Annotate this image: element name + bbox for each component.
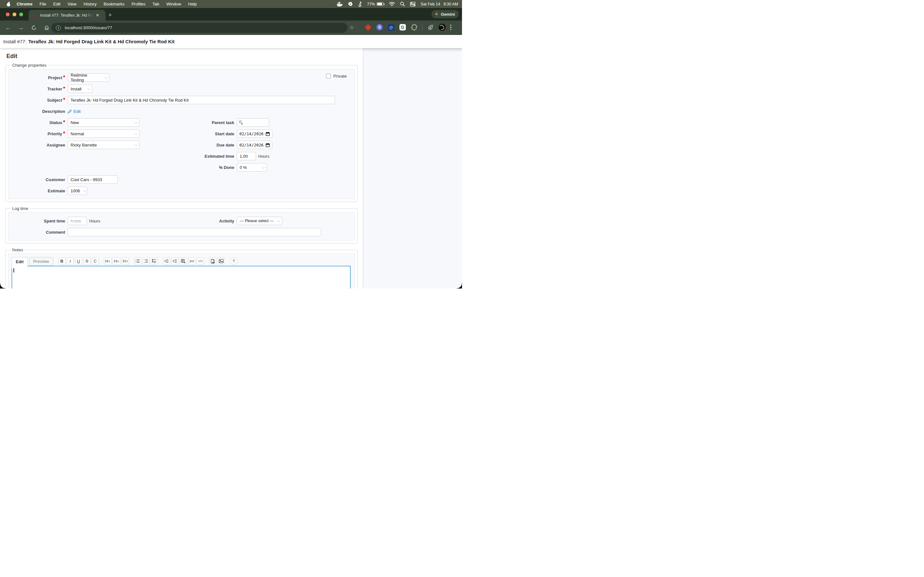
project-select[interactable]: Redmine Testing bbox=[68, 73, 110, 82]
estimate-select[interactable]: 1006 bbox=[68, 187, 87, 195]
heading2-button[interactable]: H2 bbox=[113, 258, 120, 265]
battery-indicator[interactable]: 77% bbox=[367, 2, 384, 6]
menu-window[interactable]: Window bbox=[166, 2, 181, 6]
window-minimize-button[interactable] bbox=[13, 13, 16, 16]
extension-icon-stripe[interactable]: S bbox=[376, 24, 383, 31]
extension-icon-mail[interactable]: @ bbox=[388, 24, 395, 31]
battery-icon bbox=[376, 2, 384, 6]
estimated-time-input[interactable] bbox=[237, 152, 256, 160]
extensions-puzzle-icon[interactable] bbox=[411, 24, 418, 31]
menu-help[interactable]: Help bbox=[188, 2, 197, 6]
new-tab-button[interactable]: + bbox=[108, 12, 112, 18]
tab-title: Install #77: Teraflex Jk: Hd Fo bbox=[40, 13, 94, 18]
browser-tab[interactable]: Install #77: Teraflex Jk: Hd Fo ✕ bbox=[29, 10, 105, 21]
spent-time-input[interactable] bbox=[68, 217, 87, 225]
tracker-label: Tracker bbox=[47, 87, 62, 91]
browser-menu-icon[interactable] bbox=[450, 25, 451, 30]
window-close-button[interactable] bbox=[6, 13, 10, 16]
bold-button[interactable]: B bbox=[58, 258, 65, 265]
log-time-fieldset: Log time Spent time Hours Activity --- P… bbox=[5, 206, 358, 243]
wifi-icon[interactable] bbox=[389, 2, 395, 6]
heading3-button[interactable]: H3 bbox=[121, 258, 129, 265]
help-button[interactable]: ? bbox=[230, 258, 237, 265]
menu-tab[interactable]: Tab bbox=[152, 2, 159, 6]
private-label: Private bbox=[333, 74, 347, 79]
done-ratio-select[interactable]: 0 % bbox=[237, 163, 267, 171]
definition-list-button[interactable] bbox=[151, 258, 158, 265]
description-edit-link[interactable]: Edit bbox=[68, 109, 81, 114]
extension-icon-grammarly[interactable]: G bbox=[399, 24, 406, 31]
control-center-icon[interactable] bbox=[410, 2, 415, 6]
calendar-icon[interactable] bbox=[266, 132, 270, 136]
comment-input[interactable] bbox=[68, 228, 321, 236]
notes-fieldset: Notes Edit Preview B I U S C H1 bbox=[5, 247, 358, 288]
menu-edit[interactable]: Edit bbox=[53, 2, 60, 6]
window-zoom-button[interactable] bbox=[19, 13, 23, 16]
seahorse-menu-icon[interactable] bbox=[358, 2, 362, 7]
insert-table-button[interactable] bbox=[180, 258, 187, 265]
notes-tab-preview[interactable]: Preview bbox=[29, 257, 53, 266]
start-date-label: Start date bbox=[215, 131, 234, 136]
insert-image-button[interactable] bbox=[218, 258, 225, 265]
parent-task-label: Parent task bbox=[212, 120, 234, 125]
outdent-quote-button[interactable] bbox=[171, 258, 178, 265]
profile-avatar[interactable] bbox=[439, 24, 446, 31]
notes-textarea[interactable] bbox=[11, 266, 351, 288]
gemini-sparkle-icon bbox=[435, 12, 439, 16]
heading1-button[interactable]: H1 bbox=[104, 258, 111, 265]
menu-clock[interactable]: Sat Feb 14 9:30 AM bbox=[421, 2, 458, 6]
menu-profiles[interactable]: Profiles bbox=[132, 2, 145, 6]
indent-quote-button[interactable] bbox=[163, 258, 170, 265]
preformatted-button[interactable]: pre bbox=[188, 258, 195, 265]
private-checkbox[interactable] bbox=[326, 74, 331, 79]
tab-close-icon[interactable]: ✕ bbox=[95, 13, 100, 18]
spent-time-label: Spent time bbox=[44, 219, 65, 223]
forward-button[interactable]: → bbox=[16, 24, 26, 31]
page-content: Edit Change properties Private Project* … bbox=[0, 48, 462, 288]
subject-input[interactable] bbox=[68, 96, 335, 104]
start-date-input[interactable]: 02/14/2026 bbox=[237, 129, 272, 138]
calendar-icon[interactable] bbox=[266, 143, 270, 147]
menu-history[interactable]: History bbox=[83, 2, 96, 6]
back-button[interactable]: ← bbox=[3, 24, 13, 31]
parent-task-input[interactable] bbox=[237, 118, 269, 127]
code-block-button[interactable]: </> bbox=[197, 258, 204, 265]
browser-tab-strip: Install #77: Teraflex Jk: Hd Fo ✕ + Gemi… bbox=[0, 8, 462, 21]
due-date-input[interactable]: 02/14/2026 bbox=[237, 141, 272, 149]
spotlight-search-icon[interactable] bbox=[400, 2, 405, 6]
apple-menu-icon[interactable] bbox=[6, 2, 11, 6]
assignee-select[interactable]: Ricky Barrette bbox=[68, 141, 140, 149]
search-icon bbox=[239, 121, 243, 125]
ordered-list-button[interactable]: 12 bbox=[142, 258, 150, 265]
chevron-down-icon bbox=[134, 121, 137, 124]
menu-bookmarks[interactable]: Bookmarks bbox=[103, 2, 124, 6]
battery-percent: 77% bbox=[367, 2, 375, 6]
fox-menu-icon[interactable] bbox=[348, 2, 353, 6]
tracker-select[interactable]: Install bbox=[68, 85, 92, 93]
screen-corner bbox=[457, 284, 462, 288]
reload-button[interactable] bbox=[29, 25, 39, 31]
italic-button[interactable]: I bbox=[67, 258, 74, 265]
priority-select[interactable]: Normal bbox=[68, 129, 140, 138]
docker-icon[interactable] bbox=[337, 2, 342, 6]
site-info-icon[interactable]: i bbox=[56, 25, 61, 31]
menu-chrome[interactable]: Chrome bbox=[17, 2, 32, 6]
address-bar[interactable]: i localhost:3000/issues/77 bbox=[51, 23, 347, 33]
menu-file[interactable]: File bbox=[39, 2, 46, 6]
inline-code-button[interactable]: C bbox=[92, 258, 99, 265]
extension-icon-red[interactable] bbox=[365, 24, 372, 31]
unordered-list-button[interactable] bbox=[134, 258, 141, 265]
status-select[interactable]: New bbox=[68, 118, 140, 127]
activity-select[interactable]: --- Please select --- bbox=[237, 217, 282, 225]
battery-saver-icon[interactable] bbox=[427, 24, 434, 31]
strikethrough-button[interactable]: S bbox=[83, 258, 90, 265]
home-button[interactable] bbox=[42, 25, 51, 31]
gemini-button[interactable]: Gemini bbox=[431, 10, 459, 18]
underline-button[interactable]: U bbox=[75, 258, 82, 265]
menu-view[interactable]: View bbox=[67, 2, 76, 6]
notes-tab-edit[interactable]: Edit bbox=[11, 257, 28, 268]
attach-file-button[interactable] bbox=[209, 258, 216, 265]
customer-input[interactable] bbox=[68, 175, 118, 184]
screen: Chrome File Edit View History Bookmarks … bbox=[0, 0, 462, 288]
bookmark-star-icon[interactable]: ☆ bbox=[349, 24, 354, 31]
